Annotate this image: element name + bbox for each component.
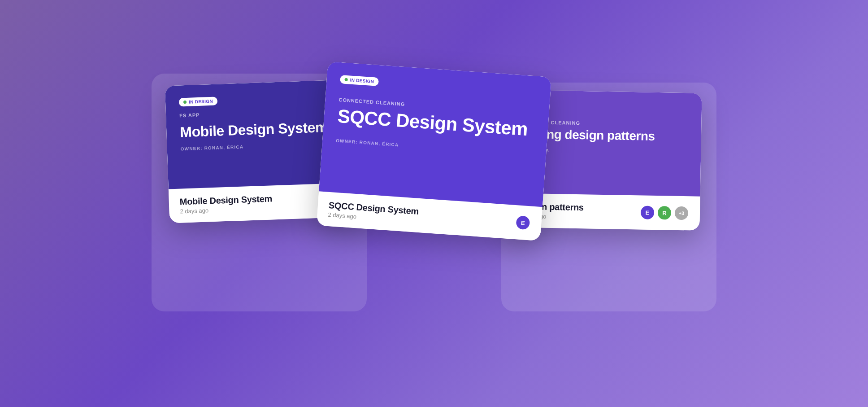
card-left-status-badge: IN DESIGN	[179, 96, 217, 106]
avatar-e-center: E	[515, 214, 531, 231]
card-left-title: Mobile Design System	[180, 118, 346, 140]
card-left-footer-info: Mobile Design System 2 days ago	[179, 193, 273, 214]
card-right-avatars: E R +3	[640, 205, 690, 221]
avatar-extra-right: +3	[674, 205, 690, 221]
card-center-status-badge: IN DESIGN	[340, 75, 379, 86]
card-left-status-label: IN DESIGN	[189, 98, 213, 104]
card-left-subtitle: FS APP	[179, 107, 345, 118]
status-dot-left	[183, 100, 187, 103]
card-center-owner: OWNER: RONAN, ÉRICA	[336, 138, 533, 157]
card-center-status-label: IN DESIGN	[350, 77, 374, 84]
card-center-avatars: E	[515, 214, 531, 231]
avatar-r-right: R	[657, 205, 673, 221]
card-center[interactable]: IN DESIGN CONNECTED CLEANING SQCC Design…	[317, 61, 551, 241]
card-center-header: IN DESIGN CONNECTED CLEANING SQCC Design…	[319, 61, 551, 207]
status-dot-center	[344, 78, 347, 81]
avatar-e-right: E	[640, 205, 655, 220]
card-center-footer-info: SQCC Design System 2 days ago	[328, 200, 419, 224]
